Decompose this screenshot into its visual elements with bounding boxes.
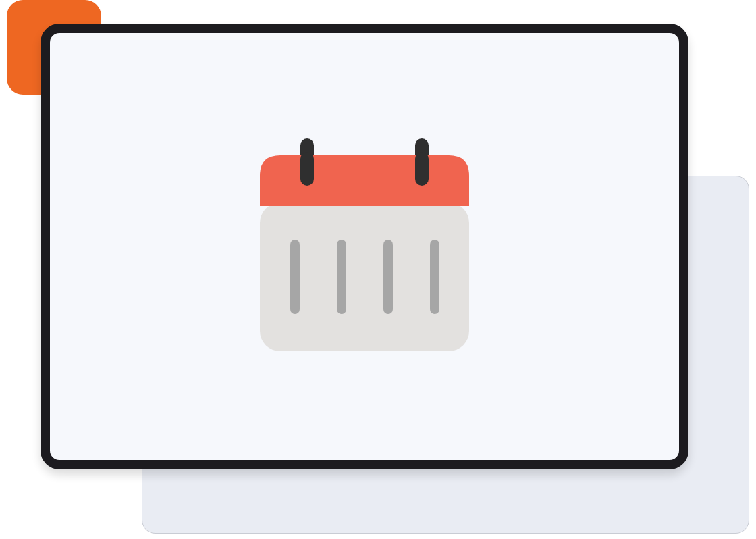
foreground-card (40, 24, 688, 469)
calendar-icon (260, 138, 469, 355)
svg-rect-5 (290, 240, 300, 314)
svg-rect-4 (415, 152, 429, 186)
svg-rect-8 (430, 240, 439, 314)
svg-rect-6 (337, 240, 346, 314)
svg-rect-7 (383, 240, 393, 314)
svg-rect-3 (300, 152, 314, 186)
